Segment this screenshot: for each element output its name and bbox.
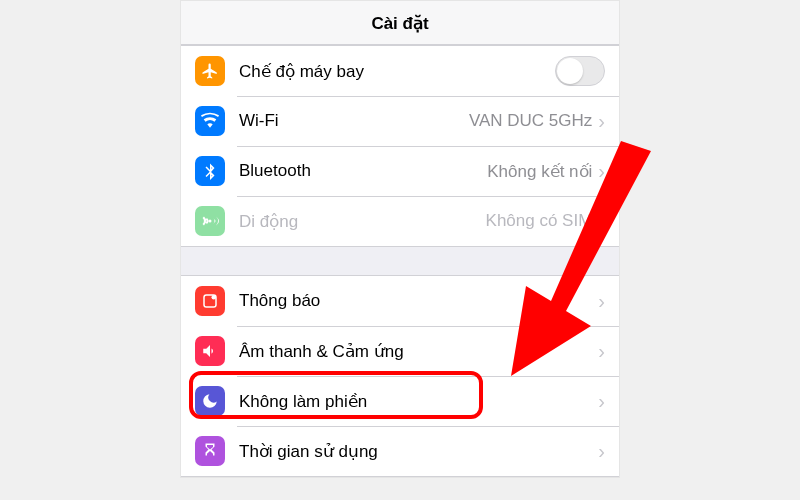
row-cellular[interactable]: Di động Không có SIM › — [181, 196, 619, 246]
notifications-icon — [195, 286, 225, 316]
airplane-icon — [195, 56, 225, 86]
chevron-right-icon: › — [598, 291, 605, 311]
chevron-right-icon: › — [598, 341, 605, 361]
row-label: Âm thanh & Cảm ứng — [239, 341, 598, 362]
cellular-icon — [195, 206, 225, 236]
row-bluetooth[interactable]: Bluetooth Không kết nối › — [181, 146, 619, 196]
settings-group-general: Thông báo › Âm thanh & Cảm ứng › Không l… — [181, 275, 619, 477]
row-label: Chế độ máy bay — [239, 61, 555, 82]
row-notifications[interactable]: Thông báo › — [181, 276, 619, 326]
row-screen-time[interactable]: Thời gian sử dụng › — [181, 426, 619, 476]
airplane-toggle[interactable] — [555, 56, 605, 86]
chevron-right-icon: › — [598, 391, 605, 411]
chevron-right-icon: › — [598, 111, 605, 131]
settings-screen: Cài đặt Chế độ máy bay Wi-Fi VAN DUC 5GH… — [180, 0, 620, 478]
chevron-right-icon: › — [598, 211, 605, 231]
row-label: Thời gian sử dụng — [239, 441, 598, 462]
row-wifi[interactable]: Wi-Fi VAN DUC 5GHz › — [181, 96, 619, 146]
row-label: Wi-Fi — [239, 111, 469, 131]
settings-group-connectivity: Chế độ máy bay Wi-Fi VAN DUC 5GHz › Blue… — [181, 45, 619, 247]
row-detail: Không có SIM — [486, 211, 593, 231]
row-label: Di động — [239, 211, 486, 232]
row-airplane-mode[interactable]: Chế độ máy bay — [181, 46, 619, 96]
chevron-right-icon: › — [598, 441, 605, 461]
bluetooth-icon — [195, 156, 225, 186]
row-label: Thông báo — [239, 291, 598, 311]
svg-point-1 — [212, 295, 217, 300]
wifi-icon — [195, 106, 225, 136]
hourglass-icon — [195, 436, 225, 466]
row-detail: Không kết nối — [487, 161, 592, 182]
page-title: Cài đặt — [181, 1, 619, 45]
row-do-not-disturb[interactable]: Không làm phiền › — [181, 376, 619, 426]
row-label: Không làm phiền — [239, 391, 598, 412]
sounds-icon — [195, 336, 225, 366]
row-sounds[interactable]: Âm thanh & Cảm ứng › — [181, 326, 619, 376]
row-detail: VAN DUC 5GHz — [469, 111, 592, 131]
chevron-right-icon: › — [598, 161, 605, 181]
moon-icon — [195, 386, 225, 416]
row-label: Bluetooth — [239, 161, 487, 181]
